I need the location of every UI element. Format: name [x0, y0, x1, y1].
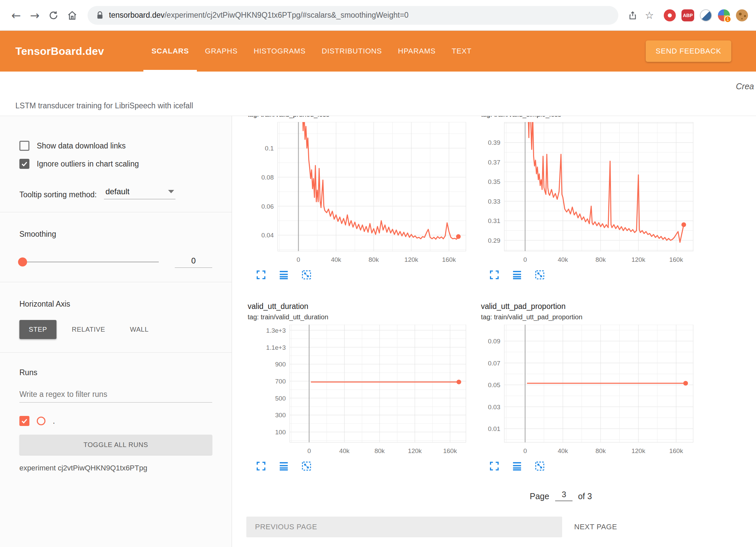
svg-text:40k: 40k [558, 447, 568, 454]
svg-text:0.1: 0.1 [265, 145, 274, 152]
tensorboard-header: TensorBoard.dev SCALARS GRAPHS HISTOGRAM… [0, 31, 756, 72]
chart-title: valid_utt_duration [248, 301, 472, 312]
expand-card-icon[interactable] [255, 460, 267, 472]
address-bar[interactable]: tensorboard.dev/experiment/cj2vtPiwQHKN9… [88, 6, 618, 25]
home-icon[interactable] [63, 6, 82, 25]
charts-panel: valid_pruned_loss tag: train/valid_prune… [232, 116, 756, 547]
svg-text:0.04: 0.04 [261, 232, 274, 239]
tab-distributions[interactable]: DISTRIBUTIONS [313, 31, 390, 72]
experiment-title: LSTM transducer training for LibriSpeech… [15, 101, 193, 110]
axis-wall-button[interactable]: WALL [121, 320, 158, 339]
expand-card-icon[interactable] [488, 269, 500, 281]
previous-page-button[interactable]: PREVIOUS PAGE [246, 517, 562, 537]
svg-text:0.29: 0.29 [488, 237, 500, 244]
axis-step-button[interactable]: STEP [19, 320, 56, 339]
tab-graphs[interactable]: GRAPHS [197, 31, 246, 72]
main-nav: SCALARS GRAPHS HISTOGRAMS DISTRIBUTIONS … [143, 31, 480, 72]
settings-sidebar: Show data download links Ignore outliers… [0, 116, 232, 547]
svg-text:0.05: 0.05 [488, 381, 500, 389]
svg-text:0: 0 [523, 256, 527, 263]
show-download-links-checkbox[interactable] [19, 141, 29, 151]
svg-text:80k: 80k [374, 447, 385, 454]
expand-card-icon[interactable] [255, 269, 267, 281]
cookie-icon[interactable] [735, 8, 749, 23]
run-checkbox[interactable] [19, 416, 29, 426]
svg-text:0.33: 0.33 [488, 198, 500, 205]
svg-text:100: 100 [275, 429, 286, 436]
line-chart[interactable]: 0.010.030.050.070.09040k80k120k160k [475, 325, 699, 457]
fit-domain-icon[interactable] [300, 460, 312, 472]
fit-domain-icon[interactable] [534, 269, 546, 281]
chart-tag: tag: train/valid_pruned_loss [248, 116, 472, 119]
tooltip-sorting-label: Tooltip sorting method: [19, 190, 97, 199]
smoothing-slider[interactable] [19, 261, 159, 262]
fit-domain-icon[interactable] [300, 269, 312, 281]
expand-card-icon[interactable] [488, 460, 500, 472]
runs-filter-input[interactable] [19, 387, 212, 403]
svg-text:0.37: 0.37 [488, 159, 500, 166]
smoothing-label: Smoothing [19, 230, 212, 239]
page-of-label: of 3 [578, 491, 592, 501]
tooltip-sorting-dropdown[interactable]: default [104, 187, 175, 199]
line-chart[interactable]: 0.040.060.080.1040k80k120k160k [242, 122, 472, 266]
log-scale-icon[interactable] [511, 269, 523, 281]
show-download-links-label: Show data download links [37, 141, 126, 150]
browser-toolbar: ← → tensorboard.dev/experiment/cj2vtPiwQ… [0, 0, 756, 31]
svg-text:0.35: 0.35 [488, 178, 500, 185]
share-icon[interactable] [624, 7, 641, 24]
run-list-item[interactable]: . [19, 416, 212, 426]
adblock-extension-icon[interactable] [662, 8, 677, 23]
line-chart[interactable]: 0.290.310.330.350.370.39040k80k120k160k [475, 122, 699, 266]
svg-text:0.06: 0.06 [261, 203, 274, 210]
svg-text:40k: 40k [558, 256, 568, 263]
stats-extension-icon[interactable]: 1 [717, 8, 731, 23]
abp-extension-icon[interactable]: ABP [680, 8, 695, 23]
svg-text:500: 500 [275, 395, 286, 402]
fit-domain-icon[interactable] [534, 460, 546, 472]
page-label: Page [530, 491, 549, 501]
refresh-icon[interactable] [44, 6, 63, 25]
svg-text:160k: 160k [442, 256, 456, 263]
tab-hparams[interactable]: HPARAMS [390, 31, 444, 72]
send-feedback-button[interactable]: SEND FEEDBACK [646, 40, 731, 62]
extensions-row: ABP 1 [662, 8, 749, 23]
chart-tag: tag: train/valid_simple_loss [481, 116, 706, 119]
log-scale-icon[interactable] [278, 269, 290, 281]
experiment-caption: experiment cj2vtPiwQHKN9Q1tx6PTpg [19, 464, 212, 472]
page-number-input[interactable] [555, 490, 573, 501]
back-icon[interactable]: ← [7, 6, 25, 25]
log-scale-icon[interactable] [511, 460, 523, 472]
toggle-all-runs-button[interactable]: TOGGLE ALL RUNS [19, 435, 212, 455]
svg-text:700: 700 [275, 378, 286, 385]
chevron-down-icon [168, 190, 174, 193]
ignore-outliers-checkbox[interactable] [19, 159, 29, 169]
svg-text:120k: 120k [631, 256, 645, 263]
next-page-button[interactable]: NEXT PAGE [574, 523, 617, 531]
svg-text:0: 0 [523, 447, 527, 454]
forward-icon[interactable]: → [25, 6, 44, 25]
svg-text:120k: 120k [408, 447, 422, 454]
smoothing-slider-thumb[interactable] [18, 257, 27, 266]
svg-text:900: 900 [275, 361, 286, 368]
run-name: . [53, 417, 55, 426]
chart-card-valid-simple-loss: valid_simple_loss tag: train/valid_simpl… [475, 116, 706, 287]
line-chart[interactable]: 1003005007009001.1e+31.3e+3040k80k120k16… [242, 325, 472, 457]
tab-scalars[interactable]: SCALARS [143, 31, 197, 72]
pagination: Page of 3 [530, 490, 756, 501]
tab-text[interactable]: TEXT [444, 31, 480, 72]
bookmark-star-icon[interactable]: ☆ [641, 7, 658, 24]
notification-badge: 1 [724, 16, 731, 23]
privacy-extension-icon[interactable] [699, 8, 713, 23]
svg-text:0.39: 0.39 [488, 139, 500, 146]
svg-text:1.3e+3: 1.3e+3 [266, 327, 286, 334]
tab-histograms[interactable]: HISTOGRAMS [246, 31, 314, 72]
log-scale-icon[interactable] [278, 460, 290, 472]
ignore-outliers-label: Ignore outliers in chart scaling [37, 159, 139, 169]
axis-relative-button[interactable]: RELATIVE [62, 320, 115, 339]
svg-text:160k: 160k [443, 447, 457, 454]
run-color-swatch [37, 417, 45, 425]
app-logo[interactable]: TensorBoard.dev [15, 45, 104, 58]
smoothing-value-input[interactable]: 0 [175, 256, 212, 268]
chart-title: valid_utt_pad_proportion [481, 301, 706, 312]
svg-text:80k: 80k [596, 256, 606, 263]
